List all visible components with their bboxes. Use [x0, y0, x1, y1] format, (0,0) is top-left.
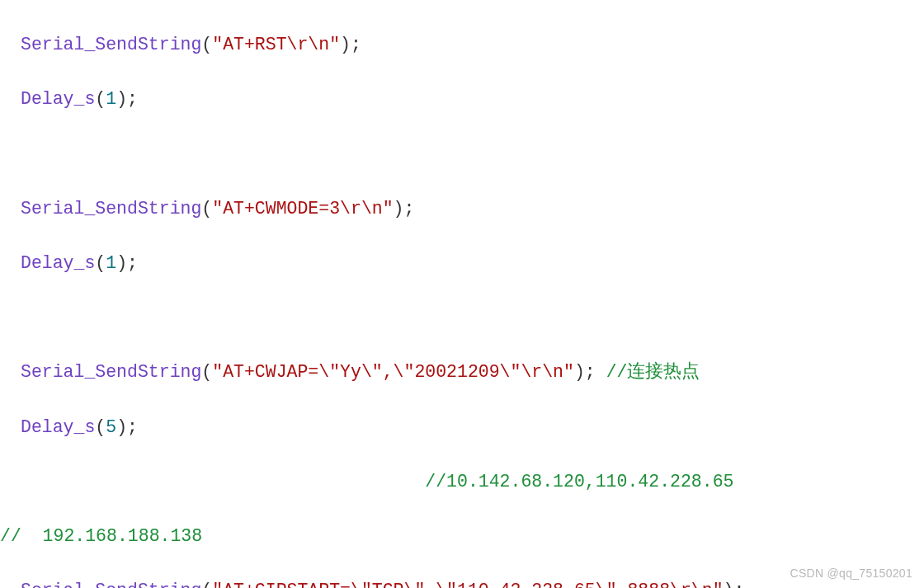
code-line: Serial_SendString("AT+CIPSTART=\"TCP\",\… — [0, 577, 924, 588]
function-call: Delay_s — [21, 89, 95, 109]
number-literal: 1 — [106, 89, 116, 109]
string-literal: "AT+CWJAP=\"Yy\",\"20021209\"\r\n" — [212, 362, 574, 382]
code-block: Serial_SendString("AT+RST\r\n"); Delay_s… — [0, 0, 924, 588]
blank-line — [0, 304, 924, 332]
comment: //10.142.68.120,110.42.228.65 — [425, 472, 733, 492]
function-call: Serial_SendString — [21, 199, 201, 219]
code-line: Serial_SendString("AT+CWJAP=\"Yy\",\"200… — [0, 359, 924, 386]
code-line: Delay_s(5); — [0, 414, 924, 441]
code-line: Delay_s(1); — [0, 250, 924, 277]
function-call: Serial_SendString — [21, 581, 201, 588]
function-call: Delay_s — [21, 417, 95, 437]
comment: // 192.168.188.138 — [0, 526, 202, 546]
code-line: Serial_SendString("AT+RST\r\n"); — [0, 31, 924, 59]
code-line: // 192.168.188.138 — [0, 523, 924, 550]
code-line: Serial_SendString("AT+CWMODE=3\r\n"); — [0, 195, 924, 223]
code-line: Delay_s(1); — [0, 86, 924, 113]
code-line: //10.142.68.120,110.42.228.65 — [0, 468, 924, 496]
function-call: Serial_SendString — [21, 35, 201, 54]
blank-line — [0, 141, 924, 168]
string-literal: "AT+RST\r\n" — [212, 35, 340, 54]
function-call: Delay_s — [21, 253, 95, 273]
number-literal: 1 — [106, 253, 116, 273]
string-literal: "AT+CWMODE=3\r\n" — [212, 199, 393, 219]
comment: //连接热点 — [606, 362, 700, 382]
function-call: Serial_SendString — [21, 362, 201, 382]
number-literal: 5 — [106, 417, 116, 437]
string-literal: "AT+CIPSTART=\"TCP\",\"110.42.228.65\",8… — [212, 581, 723, 588]
